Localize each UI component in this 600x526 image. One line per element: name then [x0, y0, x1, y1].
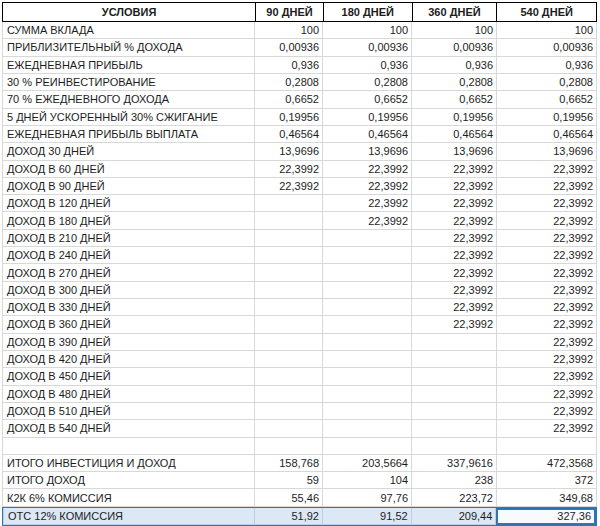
- value-cell[interactable]: [412, 438, 497, 455]
- value-cell[interactable]: 22,3992: [412, 230, 497, 247]
- value-cell[interactable]: [412, 403, 497, 420]
- value-cell[interactable]: [323, 316, 412, 333]
- value-cell[interactable]: 22,3992: [497, 230, 597, 247]
- value-cell[interactable]: [323, 299, 412, 316]
- value-cell[interactable]: 0,00936: [497, 39, 597, 56]
- value-cell[interactable]: [255, 195, 323, 212]
- value-cell[interactable]: 0,2808: [323, 74, 412, 91]
- value-cell[interactable]: 372: [497, 472, 597, 489]
- row-label-cell[interactable]: ДОХОД В 210 ДНЕЙ: [2, 230, 255, 247]
- value-cell[interactable]: 0,46564: [497, 126, 597, 143]
- value-cell[interactable]: 59: [255, 472, 323, 489]
- value-cell[interactable]: 0,936: [412, 57, 497, 74]
- value-cell[interactable]: 238: [412, 472, 497, 489]
- value-cell[interactable]: [412, 351, 497, 368]
- value-cell[interactable]: 100: [255, 22, 323, 39]
- value-cell[interactable]: 55,46: [255, 489, 323, 506]
- row-label-cell[interactable]: ИТОГО ИНВЕСТИЦИЯ И ДОХОД: [2, 455, 255, 472]
- value-cell[interactable]: 0,936: [323, 57, 412, 74]
- row-label-cell[interactable]: ДОХОД В 90 ДНЕЙ: [2, 178, 255, 195]
- row-label-cell[interactable]: 70 % ЕЖЕДНЕВНОГО ДОХОДА: [2, 91, 255, 108]
- value-cell[interactable]: 22,3992: [497, 264, 597, 281]
- value-cell[interactable]: 22,3992: [412, 264, 497, 281]
- value-cell[interactable]: 0,6652: [497, 91, 597, 108]
- row-label-cell[interactable]: ДОХОД В 450 ДНЕЙ: [2, 368, 255, 385]
- value-cell[interactable]: 100: [497, 22, 597, 39]
- value-cell[interactable]: [255, 230, 323, 247]
- value-cell[interactable]: [255, 351, 323, 368]
- value-cell[interactable]: [497, 438, 597, 455]
- header-cell-180-дней[interactable]: 180 ДНЕЙ: [323, 3, 412, 21]
- value-cell[interactable]: 22,3992: [412, 316, 497, 333]
- value-cell[interactable]: 22,3992: [497, 299, 597, 316]
- value-cell[interactable]: [255, 368, 323, 385]
- value-cell[interactable]: 472,3568: [497, 455, 597, 472]
- row-label-cell[interactable]: ДОХОД В 270 ДНЕЙ: [2, 264, 255, 281]
- active-cell[interactable]: 327,36: [496, 508, 596, 525]
- value-cell[interactable]: 0,00936: [255, 39, 323, 56]
- row-label-cell[interactable]: 5 ДНЕЙ УСКОРЕННЫЙ 30% СЖИГАНИЕ: [2, 109, 255, 126]
- value-cell[interactable]: 337,9616: [412, 455, 497, 472]
- value-cell[interactable]: 91,52: [323, 508, 412, 525]
- value-cell[interactable]: 0,00936: [412, 39, 497, 56]
- row-label-cell[interactable]: ДОХОД В 240 ДНЕЙ: [2, 247, 255, 264]
- header-cell-540-дней[interactable]: 540 ДНЕЙ: [496, 3, 596, 21]
- value-cell[interactable]: 0,46564: [255, 126, 323, 143]
- value-cell[interactable]: [255, 316, 323, 333]
- value-cell[interactable]: 97,76: [323, 489, 412, 506]
- value-cell[interactable]: 51,92: [255, 508, 323, 525]
- value-cell[interactable]: 22,3992: [497, 403, 597, 420]
- value-cell[interactable]: 22,3992: [255, 161, 323, 178]
- row-label-cell[interactable]: [2, 438, 255, 455]
- value-cell[interactable]: [323, 282, 412, 299]
- value-cell[interactable]: [323, 351, 412, 368]
- row-label-cell[interactable]: ДОХОД В 60 ДНЕЙ: [2, 161, 255, 178]
- row-label-cell[interactable]: ДОХОД В 180 ДНЕЙ: [2, 212, 255, 229]
- value-cell[interactable]: 22,3992: [497, 195, 597, 212]
- value-cell[interactable]: [255, 299, 323, 316]
- value-cell[interactable]: [323, 420, 412, 437]
- value-cell[interactable]: [255, 264, 323, 281]
- row-label-cell[interactable]: ИТОГО ДОХОД: [2, 472, 255, 489]
- row-label-cell[interactable]: ДОХОД В 300 ДНЕЙ: [2, 282, 255, 299]
- value-cell[interactable]: 22,3992: [412, 161, 497, 178]
- value-cell[interactable]: 22,3992: [497, 351, 597, 368]
- row-label-cell[interactable]: ДОХОД В 420 ДНЕЙ: [2, 351, 255, 368]
- row-label-cell[interactable]: СУММА ВКЛАДА: [2, 22, 255, 39]
- value-cell[interactable]: [255, 403, 323, 420]
- row-label-cell[interactable]: ДОХОД В 390 ДНЕЙ: [2, 334, 255, 351]
- value-cell[interactable]: [323, 386, 412, 403]
- row-label-cell[interactable]: ДОХОД В 120 ДНЕЙ: [2, 195, 255, 212]
- value-cell[interactable]: 22,3992: [497, 368, 597, 385]
- value-cell[interactable]: 209,44: [412, 508, 497, 525]
- row-label-cell[interactable]: ЕЖЕДНЕВНАЯ ПРИБЫЛЬ: [2, 57, 255, 74]
- value-cell[interactable]: 22,3992: [497, 316, 597, 333]
- value-cell[interactable]: [255, 334, 323, 351]
- value-cell[interactable]: 0,6652: [323, 91, 412, 108]
- value-cell[interactable]: 22,3992: [497, 420, 597, 437]
- value-cell[interactable]: [255, 212, 323, 229]
- value-cell[interactable]: 22,3992: [497, 178, 597, 195]
- value-cell[interactable]: [255, 438, 323, 455]
- value-cell[interactable]: 22,3992: [323, 161, 412, 178]
- value-cell[interactable]: 0,2808: [412, 74, 497, 91]
- value-cell[interactable]: 100: [323, 22, 412, 39]
- row-label-cell[interactable]: ДОХОД В 480 ДНЕЙ: [2, 386, 255, 403]
- header-cell-условия[interactable]: УСЛОВИЯ: [3, 3, 255, 21]
- value-cell[interactable]: 0,19956: [323, 109, 412, 126]
- value-cell[interactable]: 22,3992: [412, 299, 497, 316]
- value-cell[interactable]: 22,3992: [497, 386, 597, 403]
- value-cell[interactable]: [323, 368, 412, 385]
- value-cell[interactable]: 0,936: [255, 57, 323, 74]
- value-cell[interactable]: 0,2808: [255, 74, 323, 91]
- row-label-cell[interactable]: ОТС 12% КОМИССИЯ: [3, 508, 255, 525]
- value-cell[interactable]: 22,3992: [497, 282, 597, 299]
- value-cell[interactable]: 0,19956: [255, 109, 323, 126]
- value-cell[interactable]: [412, 386, 497, 403]
- value-cell[interactable]: 0,00936: [323, 39, 412, 56]
- value-cell[interactable]: 100: [412, 22, 497, 39]
- row-label-cell[interactable]: ДОХОД В 510 ДНЕЙ: [2, 403, 255, 420]
- value-cell[interactable]: [323, 438, 412, 455]
- value-cell[interactable]: 0,6652: [412, 91, 497, 108]
- value-cell[interactable]: 0,19956: [497, 109, 597, 126]
